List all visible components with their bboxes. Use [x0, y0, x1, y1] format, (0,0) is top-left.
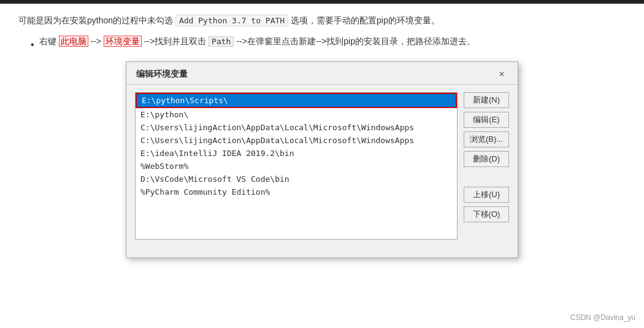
dialog-button-panel: 新建(N)编辑(E)浏览(B)...删除(D)上移(U)下移(O) [464, 92, 509, 240]
dialog-action-button-d[interactable]: 删除(D) [464, 151, 509, 167]
env-list-item[interactable]: C:\Users\lijingAction\AppData\Local\Micr… [136, 121, 457, 134]
dialog-action-button-n[interactable]: 新建(N) [464, 92, 509, 108]
dialog-action-button-b[interactable]: 浏览(B)... [464, 131, 509, 147]
env-list-item[interactable]: E:\python\Scripts\ [136, 93, 457, 108]
dialog-action-button-e[interactable]: 编辑(E) [464, 112, 509, 128]
dialog-title-bar: 编辑环境变量 × [126, 62, 518, 85]
dialog-close-button[interactable]: × [496, 68, 508, 80]
bullet-text-end: -->在弹窗里点击新建-->找到pip的安装目录，把路径添加进去。 [236, 36, 475, 46]
intro-text-2: 选项，需要手动的配置pip的环境变量。 [291, 15, 440, 25]
button-spacer [464, 171, 509, 183]
dialog-edit-env: 编辑环境变量 × E:\python\Scripts\E:\python\C:\… [126, 61, 518, 258]
env-list-item[interactable]: C:\Users\lijingAction\AppData\Local\Micr… [136, 134, 457, 147]
highlight-this-computer: 此电脑 [59, 36, 88, 47]
bullet-dot: • [31, 36, 34, 53]
dialog-body: E:\python\Scripts\E:\python\C:\Users\lij… [126, 85, 518, 247]
bullet-item: • 右键 此电脑 --> 环境变量 -->找到并且双击 Path -->在弹窗里… [31, 34, 626, 53]
dialog-overlay: 编辑环境变量 × E:\python\Scripts\E:\python\C:\… [18, 61, 626, 258]
code-snippet: Add Python 3.7 to PATH [175, 15, 288, 26]
env-list-item[interactable]: %PyCharm Community Edition% [136, 185, 457, 198]
content-area: 可能是因为在安装python的过程中未勾选 Add Python 3.7 to … [0, 4, 644, 270]
bullet-text-before: 右键 [39, 36, 59, 46]
bullet-content: 右键 此电脑 --> 环境变量 -->找到并且双击 Path -->在弹窗里点击… [39, 34, 475, 49]
dialog-title: 编辑环境变量 [136, 69, 188, 80]
dialog-action-button-o[interactable]: 下移(O) [464, 206, 509, 222]
env-list-item[interactable]: D:\VsCode\Microsoft VS Code\bin [136, 173, 457, 185]
highlight-env-var: 环境变量 [104, 36, 142, 47]
bullet-text-mid: -->找到并且双击 [144, 36, 209, 46]
intro-text-1: 可能是因为在安装python的过程中未勾选 [18, 15, 173, 25]
path-keyword: Path [209, 36, 234, 47]
env-list-item[interactable]: %WebStorm% [136, 160, 457, 173]
dialog-action-button-u[interactable]: 上移(U) [464, 187, 509, 203]
bullet-section: • 右键 此电脑 --> 环境变量 -->找到并且双击 Path -->在弹窗里… [31, 34, 626, 53]
intro-paragraph: 可能是因为在安装python的过程中未勾选 Add Python 3.7 to … [18, 14, 626, 28]
env-list-item[interactable]: E:\idea\IntelliJ IDEA 2019.2\bin [136, 147, 457, 160]
watermark: CSDN @Davina_yu [570, 313, 635, 322]
env-list-item[interactable]: E:\python\ [136, 108, 457, 121]
arrow1: --> [90, 36, 103, 46]
env-variable-list[interactable]: E:\python\Scripts\E:\python\C:\Users\lij… [135, 92, 458, 240]
